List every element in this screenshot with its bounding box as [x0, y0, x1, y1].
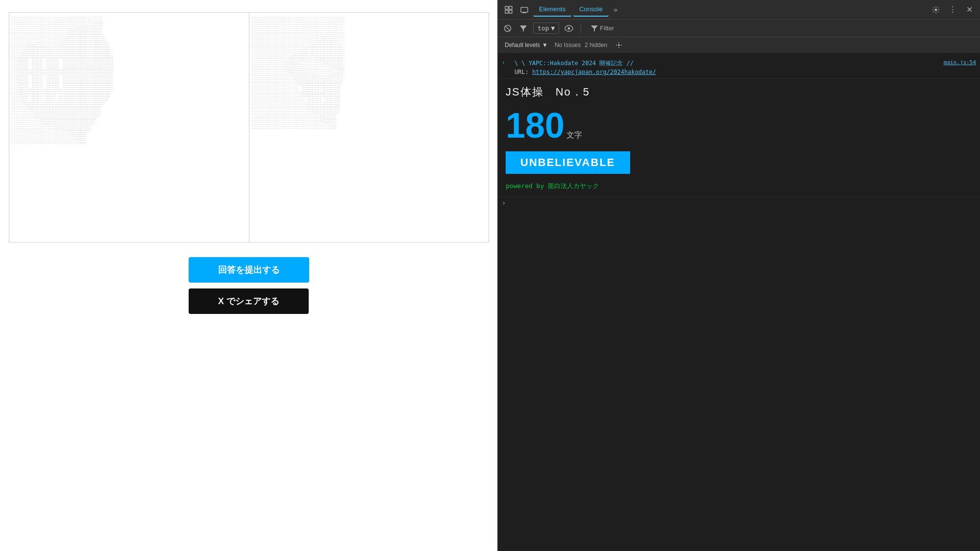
svg-rect-1 [509, 6, 512, 9]
context-selector[interactable]: top ▼ [533, 23, 559, 34]
svg-marker-13 [591, 25, 598, 31]
ascii-left-text: ........................................… [9, 13, 249, 148]
ascii-right-text: ........................................… [249, 13, 489, 133]
console-log-text: \ \ YAPC::Hakodate 2024 開催記念 // URL: htt… [514, 59, 940, 76]
filter-button[interactable]: Filter [587, 23, 618, 33]
levels-label: Default levels [505, 42, 540, 48]
levels-button[interactable]: Default levels ▼ [502, 41, 551, 49]
console-source-link[interactable]: main.js:54 [944, 59, 976, 67]
ascii-art-area: ........................................… [9, 12, 489, 242]
score-unit: 文字 [566, 130, 582, 141]
console-log-entry: › \ \ YAPC::Hakodate 2024 開催記念 // URL: h… [498, 57, 980, 79]
svg-marker-10 [520, 25, 527, 31]
eye-icon[interactable] [563, 23, 575, 34]
settings-button[interactable] [929, 3, 943, 17]
responsive-icon[interactable] [517, 3, 531, 17]
hidden-count: 2 hidden [585, 42, 607, 48]
devtools-tab-bar: Elements Console » ⋮ ✕ [498, 0, 980, 20]
close-devtools-button[interactable]: ✕ [962, 3, 976, 17]
log-icon: › [502, 59, 512, 67]
powered-by-text: powered by 面白法人カヤック [506, 182, 972, 191]
console-settings-icon[interactable] [613, 39, 625, 51]
score-number: 180 [506, 105, 564, 145]
url-prefix: URL: [514, 69, 532, 75]
clear-console-icon[interactable] [502, 23, 514, 34]
log-prefix: \ \ YAPC::Hakodate 2024 開催記念 // [514, 60, 634, 67]
console-url-link[interactable]: https://yapcjapan.org/2024hakodate/ [532, 69, 656, 75]
unbelievable-badge: UNBELIEVABLE [506, 151, 972, 182]
buttons-area: 回答を提出する X でシェアする [189, 257, 309, 314]
filter-icon[interactable] [517, 23, 529, 34]
svg-line-9 [505, 26, 510, 31]
console-toolbar: top ▼ Filter [498, 20, 980, 37]
svg-rect-2 [505, 10, 508, 13]
tab-elements[interactable]: Elements [533, 2, 571, 17]
dropdown-arrow: ▼ [551, 24, 555, 32]
svg-rect-0 [505, 6, 508, 9]
devtools-actions: ⋮ ✕ [929, 3, 976, 17]
share-button[interactable]: X でシェアする [189, 288, 309, 314]
svg-point-14 [618, 44, 620, 46]
score-line: 180 文字 [506, 105, 972, 145]
separator [581, 24, 581, 33]
console-levels-bar: Default levels ▼ No Issues 2 hidden [498, 37, 980, 53]
top-label: top [538, 24, 549, 32]
tab-console[interactable]: Console [573, 2, 609, 17]
svg-rect-4 [521, 7, 528, 12]
levels-arrow: ▼ [542, 42, 548, 48]
ascii-left: ........................................… [9, 13, 249, 242]
console-output: › \ \ YAPC::Hakodate 2024 開催記念 // URL: h… [498, 53, 980, 551]
devtools-panel: Elements Console » ⋮ ✕ [497, 0, 980, 551]
main-page: ........................................… [0, 0, 497, 551]
console-js-taiso-block: JS体操 No．5 180 文字 UNBELIEVABLE powered by… [498, 79, 980, 197]
more-options-button[interactable]: ⋮ [946, 3, 959, 17]
expand-entry[interactable]: › [498, 197, 980, 209]
inspect-icon[interactable] [502, 3, 515, 17]
svg-rect-3 [509, 10, 512, 13]
more-tabs-icon[interactable]: » [611, 4, 620, 16]
ascii-right: ........................................… [249, 13, 489, 242]
filter-label: Filter [600, 24, 614, 32]
submit-button[interactable]: 回答を提出する [189, 257, 309, 283]
svg-point-12 [568, 27, 570, 29]
no-issues-label: No Issues [555, 42, 581, 48]
svg-point-7 [935, 8, 937, 11]
js-taiso-title: JS体操 No．5 [506, 85, 972, 99]
badge-text: UNBELIEVABLE [506, 151, 630, 174]
